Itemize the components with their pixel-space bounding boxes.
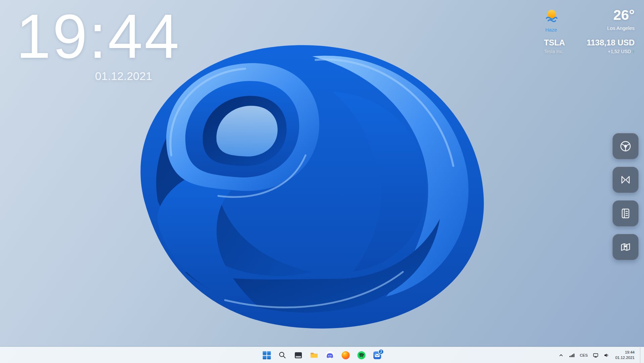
network-signal-icon xyxy=(569,353,574,358)
stock-up-arrow-icon: ↑ xyxy=(632,49,635,54)
weather-temperature: 26° xyxy=(607,8,635,22)
file-explorer-icon xyxy=(310,351,319,360)
weather-condition: Haze xyxy=(545,27,559,33)
taskbar: 2 CES xyxy=(0,347,644,363)
weather-stock-widget: Haze 26° Los Angeles TSLA Tesla Inc. 113… xyxy=(544,8,635,54)
desktop-background[interactable]: 19:44 01.12.2021 Haze xyxy=(0,0,644,363)
tray-overflow-button[interactable] xyxy=(558,350,564,361)
tray-time: 19:44 xyxy=(615,350,635,355)
stock-price: 1138,18 USD xyxy=(587,38,635,47)
desktop-dock xyxy=(612,133,639,260)
stock-row: TSLA Tesla Inc. 1138,18 USD +1,52 USD ↑ xyxy=(544,38,635,54)
clock-date: 01.12.2021 xyxy=(16,70,231,83)
start-icon xyxy=(263,351,271,360)
sun-haze-icon xyxy=(544,8,559,24)
weather-location: Los Angeles xyxy=(607,25,635,31)
discord-button[interactable] xyxy=(323,349,337,362)
visual-studio-icon xyxy=(619,173,632,187)
discord-icon xyxy=(326,351,334,360)
spotify-icon xyxy=(357,351,366,360)
dock-item-notebook[interactable] xyxy=(612,200,639,227)
stock-company: Tesla Inc. xyxy=(544,49,565,54)
mail-badge: 2 xyxy=(378,349,384,355)
system-tray: CES 19:44 01.12.2021 xyxy=(558,347,642,363)
spotify-button[interactable] xyxy=(355,349,368,362)
search-button[interactable] xyxy=(276,349,289,362)
language-indicator[interactable]: CES xyxy=(579,350,589,361)
weather-row: Haze 26° Los Angeles xyxy=(544,8,635,33)
clock-time: 19:44 xyxy=(16,3,231,69)
tray-clock[interactable]: 19:44 01.12.2021 xyxy=(614,350,636,360)
dock-item-dial[interactable] xyxy=(612,133,639,159)
firefox-icon xyxy=(341,351,350,360)
dial-icon xyxy=(619,139,632,153)
taskbar-center: 2 xyxy=(260,347,384,363)
notebook-icon xyxy=(619,207,632,220)
volume-icon xyxy=(604,353,609,358)
dark-window-button[interactable] xyxy=(292,349,305,362)
maps-icon xyxy=(619,240,632,254)
dock-item-visual-studio[interactable] xyxy=(612,167,639,193)
clock-widget: 19:44 01.12.2021 xyxy=(16,3,231,83)
firefox-button[interactable] xyxy=(339,349,353,362)
chevron-up-icon xyxy=(558,353,564,358)
volume-button[interactable] xyxy=(603,350,610,361)
tray-date: 01.12.2021 xyxy=(615,355,635,361)
display-icon xyxy=(593,353,598,358)
window-icon xyxy=(294,351,303,360)
stock-change-value: +1,52 USD xyxy=(608,49,631,54)
start-button[interactable] xyxy=(260,349,274,362)
search-icon xyxy=(278,351,287,360)
mail-button[interactable]: 2 xyxy=(371,349,384,362)
network-button[interactable] xyxy=(568,350,575,361)
show-desktop-button[interactable] xyxy=(640,347,642,363)
stock-change: +1,52 USD ↑ xyxy=(587,49,635,54)
dock-item-maps[interactable] xyxy=(612,234,639,260)
display-button[interactable] xyxy=(592,350,599,361)
stock-symbol: TSLA xyxy=(544,38,565,47)
file-explorer-button[interactable] xyxy=(308,349,321,362)
